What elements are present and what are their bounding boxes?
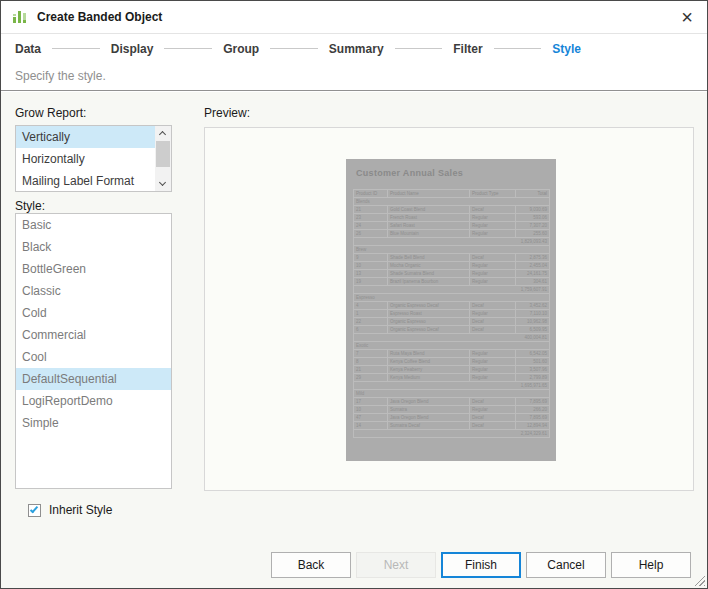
title-bar: Create Banded Object ×: [1, 1, 707, 34]
report-group-row: Exotic: [354, 342, 550, 350]
scroll-down-icon[interactable]: [155, 176, 171, 191]
step-display[interactable]: Display: [111, 42, 154, 56]
report-data-row: 23French RoastRegular593.06: [354, 214, 550, 222]
list-item-mailing-label-format[interactable]: Mailing Label Format: [16, 170, 155, 191]
next-button: Next: [356, 552, 436, 578]
back-button[interactable]: Back: [271, 552, 351, 578]
dialog-title: Create Banded Object: [37, 10, 162, 24]
help-button[interactable]: Help: [611, 552, 691, 578]
report-data-row: 21Gold Coast BlendDecaf9,030.69: [354, 206, 550, 214]
step-style[interactable]: Style: [552, 42, 581, 56]
report-total-row: 400,004.81: [354, 334, 550, 342]
report-data-row: 26Blue MountainRegular255.60: [354, 230, 550, 238]
report-data-row: 13Shade Sumatra BlendRegular24,161.75: [354, 270, 550, 278]
style-listbox[interactable]: BasicBlackBottleGreenClassicColdCommerci…: [15, 213, 172, 489]
report-total-row: 1,759,607.91: [354, 286, 550, 294]
report-total-row: 2,324,329.61: [354, 430, 550, 438]
inherit-style-row: Inherit Style: [28, 503, 112, 517]
inherit-style-label[interactable]: Inherit Style: [49, 503, 112, 517]
check-icon: [30, 504, 38, 513]
step-nav: DataDisplayGroupSummaryFilterStyle: [1, 35, 707, 62]
step-connector: [164, 48, 212, 49]
list-item-logireportdemo[interactable]: LogiReportDemo: [16, 390, 171, 412]
subtitle-strip: Specify the style.: [1, 62, 707, 91]
list-item-cold[interactable]: Cold: [16, 302, 171, 324]
grow-report-options: VerticallyHorizontallyMailing Label Form…: [16, 126, 155, 191]
cancel-button[interactable]: Cancel: [526, 552, 606, 578]
report-title: Customer Annual Sales: [356, 168, 463, 178]
list-item-basic[interactable]: Basic: [16, 214, 171, 236]
report-total-row: 1,695,971.65: [354, 382, 550, 390]
list-item-classic[interactable]: Classic: [16, 280, 171, 302]
close-icon[interactable]: ×: [681, 9, 693, 25]
list-item-simple[interactable]: Simple: [16, 412, 171, 434]
list-item-commercial[interactable]: Commercial: [16, 324, 171, 346]
report-data-row: 22Organic EspressoDecaf10,962.98: [354, 318, 550, 326]
scrollbar[interactable]: [155, 126, 171, 191]
report-data-row: 6Organic Espresso DecafDecaf6,509.95: [354, 326, 550, 334]
report-data-row: 9Shade Bell BlendDecaf2,875.36: [354, 254, 550, 262]
step-connector: [270, 48, 318, 49]
chart-bars-icon: [12, 9, 28, 25]
report-data-row: 8Kenya Coffee BlendRegular501.60: [354, 358, 550, 366]
step-connector: [494, 48, 542, 49]
list-item-bottlegreen[interactable]: BottleGreen: [16, 258, 171, 280]
report-data-row: 14Sumatra DecafDecaf12,894.94: [354, 422, 550, 430]
list-item-black[interactable]: Black: [16, 236, 171, 258]
report-data-row: 21Kenya PeaberryRegular3,507.96: [354, 366, 550, 374]
report-table: Product IDProduct NameProduct TypeTotalB…: [353, 189, 550, 438]
page-description: Specify the style.: [15, 69, 106, 83]
step-data[interactable]: Data: [15, 42, 41, 56]
step-filter[interactable]: Filter: [453, 42, 482, 56]
report-data-row: 10Mocha OrganicRegular2,455.04: [354, 262, 550, 270]
report-data-row: 1Espresso RoastRegular7,110.10: [354, 310, 550, 318]
step-connector: [395, 48, 443, 49]
report-data-row: 4Organic Espresso DecafDecaf3,452.62: [354, 302, 550, 310]
report-data-row: 47Java Oregon BlendDecaf7,895.69: [354, 414, 550, 422]
scroll-up-icon[interactable]: [155, 126, 171, 141]
dialog-body: Grow Report: VerticallyHorizontallyMaili…: [1, 92, 707, 588]
report-data-row: 29Kenya MediumRegular2,799.89: [354, 374, 550, 382]
report-total-row: 1,829,093.43: [354, 238, 550, 246]
style-label: Style:: [15, 199, 45, 213]
inherit-style-checkbox[interactable]: [28, 504, 41, 517]
preview-panel: Customer Annual Sales Product IDProduct …: [204, 127, 694, 491]
list-item-cool[interactable]: Cool: [16, 346, 171, 368]
create-banded-object-dialog: Create Banded Object × DataDisplayGroupS…: [0, 0, 708, 589]
report-data-row: 10SumatraRegular266.20: [354, 406, 550, 414]
preview-label: Preview:: [204, 106, 250, 120]
report-group-row: Brew: [354, 246, 550, 254]
report-preview-page: Customer Annual Sales Product IDProduct …: [346, 159, 556, 461]
list-item-defaultsequential[interactable]: DefaultSequential: [16, 368, 171, 390]
report-data-row: 7Ruta Maya BlendRegular6,542.05: [354, 350, 550, 358]
step-summary[interactable]: Summary: [329, 42, 384, 56]
report-group-row: Espresso: [354, 294, 550, 302]
step-group[interactable]: Group: [223, 42, 259, 56]
list-item-vertically[interactable]: Vertically: [16, 126, 155, 148]
step-connector: [52, 48, 100, 49]
report-data-row: 17Java Oregon BlendDecaf7,895.69: [354, 398, 550, 406]
grow-report-label: Grow Report:: [15, 106, 86, 120]
list-item-horizontally[interactable]: Horizontally: [16, 148, 155, 170]
resize-grip-icon[interactable]: [692, 573, 705, 586]
scrollbar-thumb[interactable]: [156, 141, 170, 167]
report-group-row: Blends: [354, 198, 550, 206]
report-group-row: Mild: [354, 390, 550, 398]
grow-report-listbox[interactable]: VerticallyHorizontallyMailing Label Form…: [15, 125, 172, 192]
report-data-row: 19Brazil Ipanema BourbonRegular304.61: [354, 278, 550, 286]
report-data-row: 24Safari RoastRegular7,307.20: [354, 222, 550, 230]
style-options: BasicBlackBottleGreenClassicColdCommerci…: [16, 214, 171, 488]
report-header-row: Product IDProduct NameProduct TypeTotal: [354, 190, 550, 198]
finish-button[interactable]: Finish: [441, 552, 521, 578]
